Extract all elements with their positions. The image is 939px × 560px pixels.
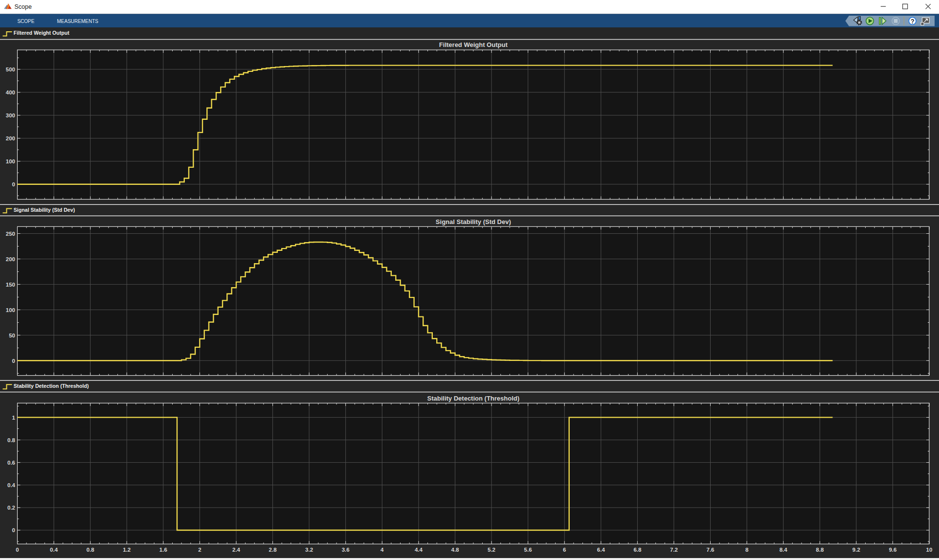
svg-text:8: 8 <box>745 547 749 553</box>
svg-text:SCOPE: SCOPE <box>17 19 34 24</box>
svg-text:1.6: 1.6 <box>159 547 167 553</box>
svg-text:0: 0 <box>12 358 15 364</box>
svg-text:Stability Detection (Threshold: Stability Detection (Threshold) <box>427 395 520 402</box>
svg-text:4: 4 <box>380 547 384 553</box>
svg-text:9.2: 9.2 <box>852 547 860 553</box>
svg-text:0.8: 0.8 <box>7 437 16 443</box>
svg-text:2.4: 2.4 <box>232 547 241 553</box>
svg-text:MEASUREMENTS: MEASUREMENTS <box>57 19 98 24</box>
svg-text:150: 150 <box>6 282 15 288</box>
svg-text:10: 10 <box>926 547 933 553</box>
svg-text:4.4: 4.4 <box>415 547 423 553</box>
svg-text:Signal Stability (Std Dev): Signal Stability (Std Dev) <box>14 207 75 213</box>
svg-text:6.4: 6.4 <box>597 547 605 553</box>
svg-text:7.6: 7.6 <box>707 547 715 553</box>
svg-text:9.6: 9.6 <box>889 547 896 553</box>
svg-text:Stability Detection (Threshold: Stability Detection (Threshold) <box>14 383 89 389</box>
svg-text:Scope: Scope <box>15 3 32 10</box>
svg-text:250: 250 <box>6 231 15 237</box>
svg-text:0: 0 <box>12 527 15 533</box>
svg-text:8.4: 8.4 <box>780 547 788 553</box>
svg-text:0.6: 0.6 <box>7 460 15 466</box>
svg-text:400: 400 <box>6 90 15 95</box>
svg-text:500: 500 <box>6 67 15 72</box>
svg-text:4.8: 4.8 <box>451 547 460 553</box>
svg-text:50: 50 <box>9 333 15 338</box>
svg-text:3.2: 3.2 <box>305 547 313 553</box>
svg-text:Filtered Weight Output: Filtered Weight Output <box>14 30 69 36</box>
svg-text:7.2: 7.2 <box>670 547 678 553</box>
svg-text:2: 2 <box>198 547 201 553</box>
svg-text:Signal Stability (Std Dev): Signal Stability (Std Dev) <box>436 218 511 225</box>
svg-text:300: 300 <box>6 112 15 118</box>
svg-text:100: 100 <box>6 158 15 164</box>
svg-text:6.8: 6.8 <box>633 547 642 553</box>
svg-text:0: 0 <box>12 181 15 187</box>
svg-text:0.4: 0.4 <box>50 547 58 553</box>
svg-text:?: ? <box>911 18 915 25</box>
svg-text:2.8: 2.8 <box>269 547 277 553</box>
svg-text:6: 6 <box>563 547 566 553</box>
svg-text:Filtered Weight Output: Filtered Weight Output <box>439 41 508 48</box>
svg-text:5.6: 5.6 <box>524 547 532 553</box>
svg-text:200: 200 <box>6 256 15 262</box>
svg-text:3.6: 3.6 <box>342 547 350 553</box>
svg-text:200: 200 <box>6 135 15 141</box>
svg-text:0.4: 0.4 <box>7 482 16 488</box>
svg-text:0: 0 <box>16 547 19 553</box>
svg-text:0.8: 0.8 <box>87 547 95 553</box>
svg-text:5.2: 5.2 <box>488 547 495 553</box>
svg-text:100: 100 <box>6 307 15 313</box>
svg-text:1: 1 <box>12 415 16 421</box>
svg-text:1.2: 1.2 <box>123 547 131 553</box>
svg-text:8.8: 8.8 <box>816 547 824 553</box>
svg-text:0.2: 0.2 <box>7 505 15 511</box>
